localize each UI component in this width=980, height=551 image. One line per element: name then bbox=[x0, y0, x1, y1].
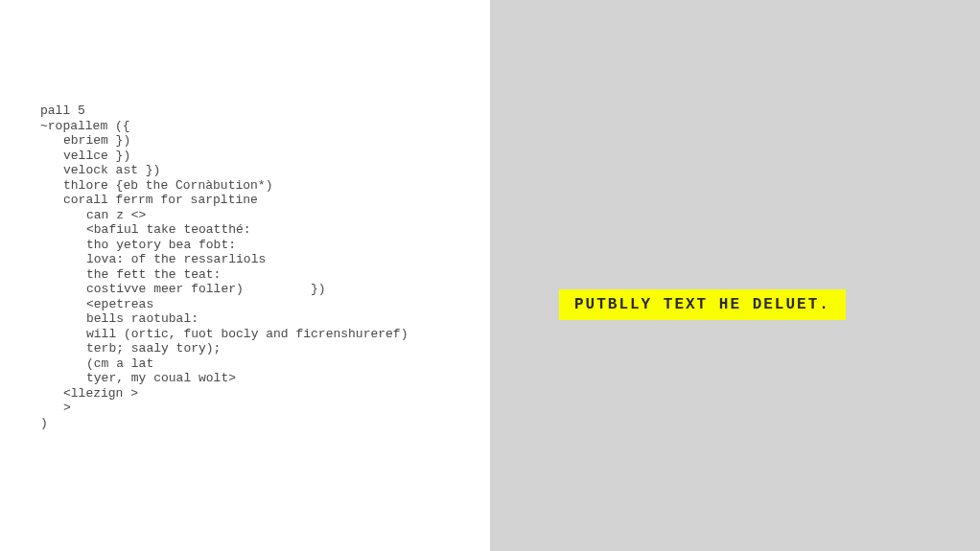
code-line: ~ropallem ({ bbox=[40, 119, 490, 134]
code-line: ebriem }) bbox=[40, 133, 490, 149]
code-line: will (ortic, fuot bocly and ficrenshurer… bbox=[40, 327, 490, 342]
code-line: bells raotubal: bbox=[40, 311, 490, 327]
code-line: lova: of the ressarliols bbox=[40, 252, 490, 267]
code-line: thlore {eb the Cornàbution*) bbox=[40, 178, 490, 194]
code-line: <epetreas bbox=[40, 297, 490, 312]
code-line: velock ast }) bbox=[40, 163, 490, 178]
code-line: pall 5 bbox=[40, 103, 490, 119]
code-line: <bafiul take teoatthé: bbox=[40, 222, 490, 238]
code-line: ) bbox=[40, 416, 490, 431]
code-line: > bbox=[40, 401, 490, 416]
code-line: the fett the teat: bbox=[40, 267, 490, 283]
code-line: <llezign > bbox=[40, 386, 490, 402]
code-line: tho yetory bea fobt: bbox=[40, 238, 490, 253]
code-line: costivve meer foller) }) bbox=[40, 282, 490, 297]
code-line: (cm a lat bbox=[40, 356, 490, 372]
code-line: vellce }) bbox=[40, 149, 490, 164]
code-panel: pall 5 ~ropallem ({ ebriem }) vellce }) … bbox=[0, 0, 490, 551]
code-line: tyer, my coual wolt> bbox=[40, 371, 490, 386]
code-line: terb; saaly tory); bbox=[40, 341, 490, 356]
code-line: can z <> bbox=[40, 208, 490, 223]
output-panel: PUTBLLY TEXT HE DELUET. bbox=[490, 0, 980, 551]
highlighted-output: PUTBLLY TEXT HE DELUET. bbox=[559, 289, 846, 320]
code-line: corall ferrm for sarpltine bbox=[40, 193, 490, 208]
